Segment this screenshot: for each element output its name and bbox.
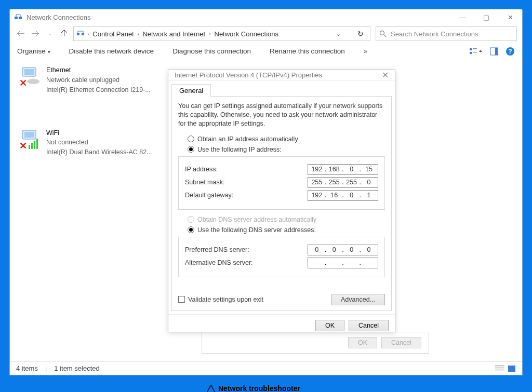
ethernet-icon: ✕ — [17, 65, 42, 89]
radio-label: Use the following DNS server addresses: — [197, 226, 316, 234]
maximize-button[interactable]: ▢ — [474, 9, 498, 25]
connection-name: WiFi — [46, 128, 152, 138]
radio-icon — [188, 146, 194, 153]
breadcrumb-0[interactable]: Control Panel — [91, 30, 135, 38]
diagnose-button[interactable]: Diagnose this connection — [172, 47, 251, 55]
svg-rect-25 — [495, 366, 504, 366]
svg-rect-2 — [77, 33, 79, 35]
large-icons-view-icon[interactable] — [508, 365, 516, 372]
svg-rect-9 — [473, 52, 477, 52]
ok-button[interactable]: OK — [315, 320, 344, 331]
advanced-button[interactable]: Advanced... — [331, 294, 385, 305]
radio-auto-ip[interactable]: Obtain an IP address automatically — [188, 136, 385, 143]
chevron-down-icon[interactable]: ⌄ — [334, 31, 343, 37]
recent-dropdown[interactable]: ⌄ — [44, 28, 56, 39]
svg-point-4 — [380, 31, 384, 35]
up-button[interactable]: 🡡 — [59, 28, 70, 39]
details-view-icon[interactable] — [495, 365, 504, 372]
radio-manual-ip[interactable]: Use the following IP address: — [188, 146, 385, 153]
parent-cancel-button[interactable]: Cancel — [381, 337, 421, 348]
svg-rect-28 — [508, 366, 515, 372]
preferred-dns-label: Preferred DNS server: — [185, 246, 308, 253]
back-button[interactable]: 🡠 — [15, 28, 26, 39]
window-title: Network Connections — [26, 13, 91, 21]
titlebar: Network Connections — ▢ ✕ — [10, 9, 522, 25]
cancel-button[interactable]: Cancel — [349, 320, 389, 331]
refresh-icon[interactable]: ↻ — [353, 30, 368, 38]
radio-icon — [188, 226, 194, 233]
ip-group: IP address: 192. 168. 0. 15 Subnet mask:… — [178, 156, 385, 210]
dialog-titlebar: Internet Protocol Version 4 (TCP/IPv4) P… — [168, 70, 395, 80]
validate-label: Validate settings upon exit — [188, 296, 263, 303]
search-placeholder: Search Network Connections — [391, 30, 478, 38]
breadcrumb-2[interactable]: Network Connections — [213, 30, 281, 38]
dialog-description: You can get IP settings assigned automat… — [178, 102, 385, 128]
address-row: 🡠 🡢 ⌄ 🡡 › Control Panel › Network and In… — [10, 25, 522, 43]
svg-rect-20 — [29, 145, 30, 149]
forward-button[interactable]: 🡢 — [30, 28, 41, 39]
svg-rect-8 — [473, 48, 477, 49]
parent-ok-button: OK — [348, 337, 377, 348]
search-icon — [379, 30, 387, 37]
chevron-right-icon[interactable]: › — [207, 31, 212, 37]
svg-text:?: ? — [508, 48, 512, 55]
svg-rect-26 — [495, 368, 504, 368]
connection-adapter: Intel(R) Ethernet Connection I219-... — [46, 85, 151, 95]
svg-rect-7 — [470, 52, 472, 54]
search-input[interactable]: Search Network Connections — [376, 26, 517, 41]
item-count: 4 items — [16, 364, 38, 372]
connection-status: Not connected — [46, 138, 152, 147]
rename-button[interactable]: Rename this connection — [270, 47, 345, 55]
chevron-right-icon[interactable]: › — [85, 31, 91, 37]
svg-text:✕: ✕ — [19, 141, 27, 151]
validate-checkbox[interactable] — [178, 296, 185, 303]
organise-menu[interactable]: Organise ▾ — [17, 47, 50, 55]
subnet-mask-input[interactable]: 255. 255. 255. 0 — [308, 177, 378, 188]
help-icon[interactable]: ? — [506, 47, 515, 56]
minimize-button[interactable]: — — [450, 9, 474, 25]
dialog-close-button[interactable]: ✕ — [382, 70, 389, 80]
network-troubleshooter-link[interactable]: Network troubleshooter — [218, 384, 300, 392]
connection-item-wifi[interactable]: ✕ WiFi Not connected Intel(R) Dual Band … — [10, 127, 161, 158]
alternative-dns-input[interactable]: . . . — [308, 258, 378, 268]
disable-device-button[interactable]: Disable this network device — [69, 47, 154, 55]
connection-name: Ethernet — [46, 65, 151, 75]
svg-rect-11 — [495, 48, 498, 55]
svg-rect-22 — [34, 141, 35, 149]
svg-line-5 — [384, 35, 386, 37]
radio-manual-dns[interactable]: Use the following DNS server addresses: — [188, 226, 385, 234]
svg-rect-3 — [82, 33, 84, 35]
svg-rect-6 — [470, 48, 472, 50]
preview-pane-icon[interactable] — [490, 47, 498, 56]
ipv4-properties-dialog: Internet Protocol Version 4 (TCP/IPv4) P… — [168, 70, 395, 332]
close-button[interactable]: ✕ — [498, 9, 522, 25]
view-menu-icon[interactable] — [469, 47, 483, 56]
svg-text:✕: ✕ — [19, 78, 27, 88]
connection-status: Network cable unplugged — [46, 75, 151, 85]
svg-point-16 — [27, 79, 39, 84]
address-bar[interactable]: › Control Panel › Network and Internet ›… — [73, 26, 370, 41]
selected-count: 1 item selected — [54, 364, 99, 372]
overflow-button[interactable]: » — [364, 47, 368, 55]
connection-adapter: Intel(R) Dual Band Wireless-AC 82... — [46, 147, 152, 157]
ip-address-input[interactable]: 192. 168. 0. 15 — [308, 164, 378, 175]
svg-rect-15 — [24, 69, 34, 75]
tab-general[interactable]: General — [171, 84, 211, 97]
svg-rect-19 — [24, 132, 34, 138]
dialog-title: Internet Protocol Version 4 (TCP/IPv4) P… — [175, 71, 322, 79]
network-icon — [14, 13, 22, 21]
chevron-right-icon[interactable]: › — [135, 31, 141, 37]
subnet-mask-label: Subnet mask: — [185, 179, 308, 186]
dns-group: Preferred DNS server: 0. 0. 0. 0 Alterna… — [178, 237, 385, 277]
preferred-dns-input[interactable]: 0. 0. 0. 0 — [308, 245, 378, 255]
connection-item-ethernet[interactable]: ✕ Ethernet Network cable unplugged Intel… — [10, 64, 161, 96]
alternative-dns-label: Alternative DNS server: — [185, 259, 308, 266]
svg-rect-21 — [31, 143, 33, 149]
default-gateway-input[interactable]: 192. 16. 0. 1 — [308, 190, 378, 201]
statusbar: 4 items | 1 item selected — [10, 361, 522, 375]
radio-icon — [188, 216, 194, 223]
default-gateway-label: Default gateway: — [185, 192, 308, 199]
radio-label: Use the following IP address: — [197, 146, 282, 153]
svg-rect-1 — [19, 17, 22, 19]
breadcrumb-1[interactable]: Network and Internet — [141, 30, 207, 38]
